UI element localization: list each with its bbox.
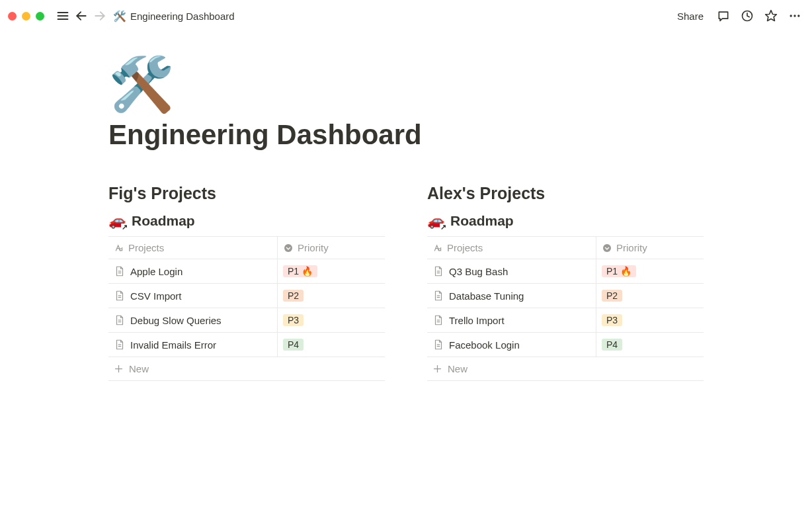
cell-priority[interactable]: P3	[596, 308, 704, 332]
new-row-label: New	[448, 363, 467, 374]
page-icon	[432, 339, 444, 351]
window-minimize-button[interactable]	[22, 12, 30, 21]
section-heading[interactable]: Alex's Projects	[427, 184, 704, 203]
arrow-left-icon	[75, 9, 88, 22]
link-arrow-icon: ↗	[121, 224, 128, 231]
ellipsis-icon	[788, 9, 801, 22]
plus-icon	[114, 364, 124, 374]
table-row[interactable]: Database Tuning P2	[427, 284, 704, 308]
link-arrow-icon: ↗	[440, 224, 447, 231]
updates-button[interactable]	[738, 7, 756, 25]
cell-priority[interactable]: P3	[278, 308, 385, 332]
window-zoom-button[interactable]	[36, 12, 44, 21]
column-header-priority[interactable]: Priority	[596, 237, 704, 259]
priority-tag: P1 🔥	[283, 265, 317, 277]
text-property-icon	[432, 243, 443, 253]
priority-tag: P3	[283, 314, 304, 326]
svg-point-10	[284, 244, 292, 252]
window-controls	[8, 12, 44, 21]
row-title: Invalid Emails Error	[130, 339, 216, 351]
database-icon: 🚗↗	[427, 212, 445, 230]
cell-priority[interactable]: P4	[596, 333, 704, 357]
cell-project-name[interactable]: Facebook Login	[427, 333, 596, 357]
plus-icon	[432, 364, 442, 374]
priority-tag: P4	[602, 339, 622, 351]
cell-project-name[interactable]: Database Tuning	[427, 284, 596, 308]
cell-project-name[interactable]: Invalid Emails Error	[108, 333, 278, 357]
cell-project-name[interactable]: Debug Slow Queries	[108, 308, 278, 332]
priority-tag: P3	[602, 314, 622, 326]
page-icon	[114, 290, 126, 302]
row-title: Q3 Bug Bash	[449, 266, 508, 277]
svg-point-7	[790, 15, 792, 17]
table-row[interactable]: Apple Login P1 🔥	[108, 259, 385, 284]
new-row-button[interactable]: New	[427, 357, 704, 381]
text-property-icon	[114, 243, 124, 253]
column: Alex's Projects 🚗↗ Roadmap Projects Prio…	[427, 184, 704, 381]
table-header: Projects Priority	[108, 237, 385, 259]
table-row[interactable]: Facebook Login P4	[427, 333, 704, 357]
new-row-button[interactable]: New	[108, 357, 385, 381]
star-icon	[764, 9, 778, 22]
cell-priority[interactable]: P1 🔥	[278, 259, 385, 283]
more-button[interactable]	[786, 7, 804, 25]
page-icon[interactable]: 🛠️	[108, 58, 704, 111]
row-title: Apple Login	[130, 266, 183, 277]
column-header-projects[interactable]: Projects	[108, 237, 278, 259]
hamburger-icon	[56, 9, 69, 22]
database-name: Roadmap	[132, 213, 195, 229]
cell-project-name[interactable]: Trello Import	[427, 308, 596, 332]
row-title: Trello Import	[449, 315, 505, 326]
table-row[interactable]: Invalid Emails Error P4	[108, 333, 385, 357]
linked-database-title[interactable]: 🚗↗ Roadmap	[108, 212, 385, 230]
table-row[interactable]: CSV Import P2	[108, 284, 385, 308]
page-icon	[114, 314, 126, 326]
section-heading[interactable]: Fig's Projects	[108, 184, 385, 203]
table-row[interactable]: Debug Slow Queries P3	[108, 308, 385, 333]
page-title[interactable]: Engineering Dashboard	[108, 119, 704, 151]
window-close-button[interactable]	[8, 12, 17, 21]
page-icon	[114, 265, 126, 277]
clock-icon	[741, 9, 754, 22]
svg-point-8	[793, 15, 795, 17]
database-table: Projects Priority Apple Login P1 🔥	[108, 236, 385, 381]
priority-tag: P2	[602, 290, 622, 302]
nav-back-button[interactable]	[72, 7, 91, 25]
page-icon	[114, 339, 126, 351]
table-row[interactable]: Trello Import P3	[427, 308, 704, 333]
cell-project-name[interactable]: Apple Login	[108, 259, 278, 283]
linked-database-title[interactable]: 🚗↗ Roadmap	[427, 212, 704, 230]
priority-tag: P2	[283, 290, 304, 302]
breadcrumb[interactable]: 🛠️ Engineering Dashboard	[113, 10, 235, 22]
chat-bubble-icon	[717, 9, 730, 22]
page-content: 🛠️ Engineering Dashboard Fig's Projects …	[0, 32, 812, 381]
cell-project-name[interactable]: CSV Import	[108, 284, 278, 308]
columns-container: Fig's Projects 🚗↗ Roadmap Projects Prior…	[108, 184, 704, 381]
cell-project-name[interactable]: Q3 Bug Bash	[427, 259, 596, 283]
priority-tag: P4	[283, 339, 304, 351]
table-row[interactable]: Q3 Bug Bash P1 🔥	[427, 259, 704, 284]
comments-button[interactable]	[714, 7, 733, 25]
column-header-label: Projects	[128, 242, 164, 253]
page-icon	[432, 265, 444, 277]
column: Fig's Projects 🚗↗ Roadmap Projects Prior…	[108, 184, 385, 381]
arrow-right-icon	[93, 9, 106, 22]
share-button[interactable]: Share	[672, 8, 709, 24]
new-row-label: New	[129, 363, 149, 374]
topbar: 🛠️ Engineering Dashboard Share	[0, 0, 812, 32]
cell-priority[interactable]: P4	[278, 333, 385, 357]
favorite-button[interactable]	[762, 7, 780, 25]
cell-priority[interactable]: P2	[278, 284, 385, 308]
nav-forward-button[interactable]	[91, 7, 109, 25]
table-header: Projects Priority	[427, 237, 704, 259]
breadcrumb-icon: 🛠️	[113, 10, 126, 22]
cell-priority[interactable]: P1 🔥	[596, 259, 704, 283]
toggle-sidebar-button[interactable]	[54, 7, 72, 25]
column-header-projects[interactable]: Projects	[427, 237, 596, 259]
cell-priority[interactable]: P2	[596, 284, 704, 308]
priority-tag: P1 🔥	[602, 265, 636, 277]
database-table: Projects Priority Q3 Bug Bash P1 🔥	[427, 236, 704, 381]
row-title: CSV Import	[130, 290, 182, 302]
column-header-priority[interactable]: Priority	[278, 237, 385, 259]
select-property-icon	[602, 243, 612, 253]
